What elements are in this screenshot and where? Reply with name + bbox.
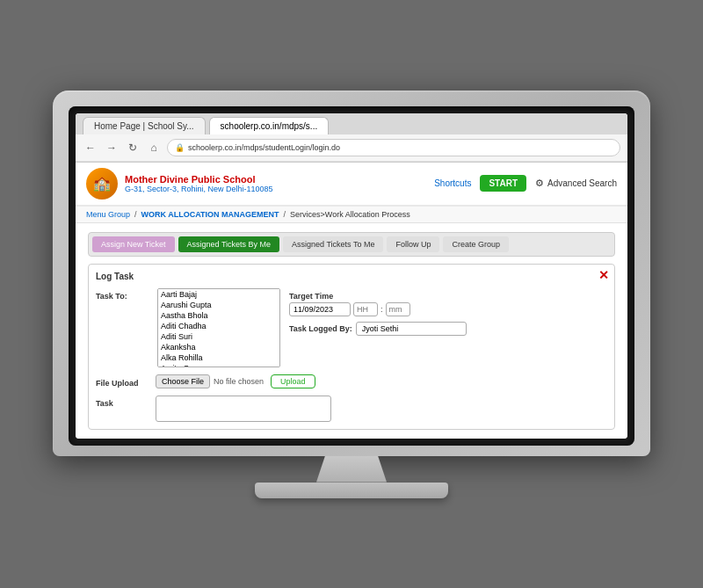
upload-button[interactable]: Upload: [271, 374, 315, 388]
tab-create-group[interactable]: Create Group: [443, 236, 509, 252]
no-file-text: No file chosen: [214, 377, 264, 386]
list-item[interactable]: Alka Rohilla: [158, 352, 279, 363]
list-item[interactable]: Amita Grover: [158, 363, 279, 367]
close-button[interactable]: ✕: [598, 268, 609, 282]
monitor-stand-base: [255, 483, 448, 498]
list-item[interactable]: Akanksha: [158, 342, 279, 352]
tab-assigned-by-me[interactable]: Assigned Tickets By Me: [178, 236, 280, 252]
tab-bar: Assign New Ticket Assigned Tickets By Me…: [88, 232, 615, 257]
log-task-panel: ✕ Log Task Task To: Aarti Bajaj Aarushi …: [88, 264, 615, 430]
logged-by-label: Task Logged By:: [289, 324, 352, 333]
tab-assign-new[interactable]: Assign New Ticket: [92, 236, 175, 252]
lock-icon: 🔒: [175, 143, 185, 152]
task-to-row: Task To: Aarti Bajaj Aarushi Gupta Aasth…: [96, 288, 607, 367]
back-button[interactable]: ←: [83, 140, 98, 156]
breadcrumb: Menu Group / WORK ALLOCATION MANAGEMENT …: [76, 207, 627, 223]
task-row: Task: [96, 396, 607, 422]
target-time-label: Target Time: [289, 292, 467, 301]
file-upload-label: File Upload: [96, 375, 149, 388]
choose-file-button[interactable]: Choose File: [156, 374, 210, 388]
app-header: 🏫 Mother Divine Public School G-31, Sect…: [76, 163, 627, 207]
monitor-stand-neck: [308, 456, 395, 483]
browser-tab-1[interactable]: Home Page | School Sy...: [83, 117, 206, 134]
log-task-title: Log Task: [96, 272, 607, 281]
list-item[interactable]: Aditi Suri: [158, 331, 279, 342]
start-button[interactable]: START: [480, 175, 526, 192]
tab-follow-up[interactable]: Follow Up: [387, 236, 439, 252]
task-textarea[interactable]: [156, 396, 331, 422]
home-button[interactable]: ⌂: [146, 140, 162, 156]
list-item[interactable]: Aarti Bajaj: [158, 289, 279, 300]
school-address: G-31, Sector-3, Rohini, New Delhi-110085: [125, 185, 273, 193]
address-bar[interactable]: 🔒 schoolerp.co.in/mdps/studentLogin/logi…: [167, 139, 620, 156]
mm-input[interactable]: [386, 302, 410, 316]
school-info: 🏫 Mother Divine Public School G-31, Sect…: [86, 168, 273, 200]
breadcrumb-work[interactable]: WORK ALLOCATION MANAGEMENT: [141, 210, 279, 219]
breadcrumb-path: Services>Work Allocation Process: [290, 210, 410, 219]
tab-assigned-to-me[interactable]: Assigned Tickets To Me: [283, 236, 383, 252]
reload-button[interactable]: ↻: [125, 140, 141, 156]
forward-button[interactable]: →: [104, 140, 120, 156]
file-upload-row: File Upload Choose File No file chosen U…: [96, 374, 607, 388]
logged-by-group: Task Logged By:: [289, 322, 467, 336]
file-input-group: Choose File No file chosen: [156, 374, 264, 388]
logged-by-input[interactable]: [356, 322, 467, 336]
browser-tab-2[interactable]: schoolerp.co.in/mdps/s...: [209, 117, 330, 134]
shortcuts-link[interactable]: Shortcuts: [434, 178, 471, 188]
school-name: Mother Divine Public School: [125, 174, 273, 185]
advanced-search[interactable]: ⚙ Advanced Search: [535, 178, 617, 189]
task-label: Task: [96, 396, 149, 408]
list-item[interactable]: Aditi Chadha: [158, 321, 279, 331]
hh-input[interactable]: [353, 302, 378, 316]
list-item[interactable]: Aastha Bhola: [158, 310, 279, 321]
date-input[interactable]: [289, 302, 351, 316]
task-to-list[interactable]: Aarti Bajaj Aarushi Gupta Aastha Bhola A…: [157, 288, 280, 367]
gear-icon: ⚙: [535, 178, 544, 189]
breadcrumb-menu[interactable]: Menu Group: [86, 210, 130, 219]
school-logo: 🏫: [86, 168, 118, 200]
target-time-group: Target Time :: [289, 292, 467, 316]
list-item[interactable]: Aarushi Gupta: [158, 300, 279, 310]
task-to-label: Task To:: [96, 288, 149, 301]
